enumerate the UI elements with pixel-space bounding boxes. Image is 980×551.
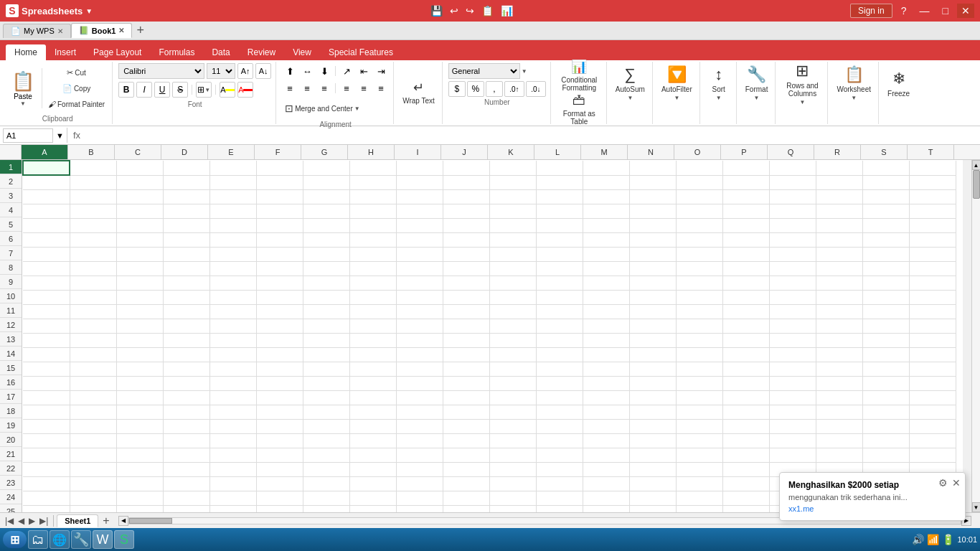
cell-D22[interactable] xyxy=(163,462,209,476)
cell-O1[interactable] xyxy=(676,161,722,175)
cell-Q19[interactable] xyxy=(769,419,816,433)
cell-N25[interactable] xyxy=(629,505,676,512)
cell-N5[interactable] xyxy=(629,218,676,232)
cell-P4[interactable] xyxy=(722,204,769,218)
cell-L24[interactable] xyxy=(536,491,583,505)
cell-M13[interactable] xyxy=(583,333,629,347)
cell-B8[interactable] xyxy=(70,261,116,276)
cell-R11[interactable] xyxy=(816,304,862,319)
cell-L2[interactable] xyxy=(536,175,583,189)
cell-C13[interactable] xyxy=(116,333,163,347)
cell-F25[interactable] xyxy=(256,505,303,512)
cell-R18[interactable] xyxy=(816,405,862,419)
cell-L9[interactable] xyxy=(536,276,583,290)
freeze-button[interactable]: ❄ Freeze xyxy=(885,63,913,103)
cell-N24[interactable] xyxy=(629,491,676,505)
taskbar-word[interactable]: W xyxy=(93,530,113,549)
cell-H17[interactable] xyxy=(349,390,396,405)
comma-button[interactable]: , xyxy=(486,81,503,97)
help-button[interactable]: ? xyxy=(897,4,911,18)
cell-L10[interactable] xyxy=(536,290,583,304)
cell-F12[interactable] xyxy=(256,319,303,333)
cell-I9[interactable] xyxy=(396,276,443,290)
cell-K5[interactable] xyxy=(489,218,536,232)
cell-M17[interactable] xyxy=(583,390,629,405)
cell-F18[interactable] xyxy=(256,405,303,419)
cell-Q20[interactable] xyxy=(769,433,816,448)
cell-I10[interactable] xyxy=(396,290,443,304)
align-right-button[interactable]: ≡ xyxy=(316,80,332,96)
cell-F14[interactable] xyxy=(256,347,303,362)
cell-P20[interactable] xyxy=(722,433,769,448)
row-header-5[interactable]: 5 xyxy=(0,217,22,232)
rc-dropdown[interactable]: ▼ xyxy=(799,99,805,105)
cell-T11[interactable] xyxy=(909,304,956,319)
cell-J21[interactable] xyxy=(443,448,489,462)
cell-G20[interactable] xyxy=(303,433,349,448)
cell-K8[interactable] xyxy=(489,261,536,276)
hscroll-thumb[interactable] xyxy=(129,518,172,524)
cell-A23[interactable] xyxy=(23,476,70,491)
cell-G1[interactable] xyxy=(303,161,349,175)
cell-P5[interactable] xyxy=(722,218,769,232)
cell-K11[interactable] xyxy=(489,304,536,319)
cell-M8[interactable] xyxy=(583,261,629,276)
cell-B1[interactable] xyxy=(70,161,116,175)
cell-R16[interactable] xyxy=(816,376,862,390)
number-format-dropdown[interactable]: ▼ xyxy=(522,68,527,75)
cell-S5[interactable] xyxy=(862,218,909,232)
col-header-J[interactable]: J xyxy=(441,145,488,159)
cell-K15[interactable] xyxy=(489,362,536,376)
cell-Q3[interactable] xyxy=(769,189,816,204)
cell-L11[interactable] xyxy=(536,304,583,319)
cell-E1[interactable] xyxy=(209,161,256,175)
app-logo[interactable]: S Spreadsheets ▼ xyxy=(6,4,93,17)
cell-F24[interactable] xyxy=(256,491,303,505)
cell-G22[interactable] xyxy=(303,462,349,476)
cell-H15[interactable] xyxy=(349,362,396,376)
col-header-H[interactable]: H xyxy=(348,145,395,159)
notification-url[interactable]: xx1.me xyxy=(788,504,956,513)
cell-C24[interactable] xyxy=(116,491,163,505)
cell-Q21[interactable] xyxy=(769,448,816,462)
cell-C1[interactable] xyxy=(116,161,163,175)
cell-D10[interactable] xyxy=(163,290,209,304)
cell-Q11[interactable] xyxy=(769,304,816,319)
cell-O6[interactable] xyxy=(676,232,722,247)
cell-A4[interactable] xyxy=(23,204,70,218)
cell-I1[interactable] xyxy=(396,161,443,175)
redo-button[interactable]: ↪ xyxy=(463,4,477,18)
conditional-formatting-button[interactable]: 📊 Conditional Formatting ▼ xyxy=(557,63,602,95)
cell-S21[interactable] xyxy=(862,448,909,462)
cell-S2[interactable] xyxy=(862,175,909,189)
cell-H7[interactable] xyxy=(349,247,396,261)
cell-S4[interactable] xyxy=(862,204,909,218)
cell-O7[interactable] xyxy=(676,247,722,261)
cell-B22[interactable] xyxy=(70,462,116,476)
font-color-button[interactable]: A xyxy=(237,82,253,98)
cell-J20[interactable] xyxy=(443,433,489,448)
autofilter-button[interactable]: 🔽 AutoFilter ▼ xyxy=(659,63,695,103)
cell-M1[interactable] xyxy=(583,161,629,175)
cell-I24[interactable] xyxy=(396,491,443,505)
cell-O25[interactable] xyxy=(676,505,722,512)
cell-C17[interactable] xyxy=(116,390,163,405)
cell-R10[interactable] xyxy=(816,290,862,304)
cell-A17[interactable] xyxy=(23,390,70,405)
sheet-next-button[interactable]: ▶ xyxy=(27,516,37,526)
cell-M11[interactable] xyxy=(583,304,629,319)
format-table-button[interactable]: 🗃 Format as Table ▼ xyxy=(557,98,602,129)
cell-A9[interactable] xyxy=(23,276,70,290)
col-header-E[interactable]: E xyxy=(208,145,255,159)
name-box-dropdown[interactable]: ▼ xyxy=(56,131,64,140)
align-top-button[interactable]: ⬆ xyxy=(282,63,298,79)
font-size-select[interactable]: 891011121416 xyxy=(207,63,235,79)
cell-E21[interactable] xyxy=(209,448,256,462)
cell-O22[interactable] xyxy=(676,462,722,476)
cell-E9[interactable] xyxy=(209,276,256,290)
cell-S10[interactable] xyxy=(862,290,909,304)
col-header-N[interactable]: N xyxy=(628,145,674,159)
cell-O8[interactable] xyxy=(676,261,722,276)
cell-F7[interactable] xyxy=(256,247,303,261)
cell-T12[interactable] xyxy=(909,319,956,333)
